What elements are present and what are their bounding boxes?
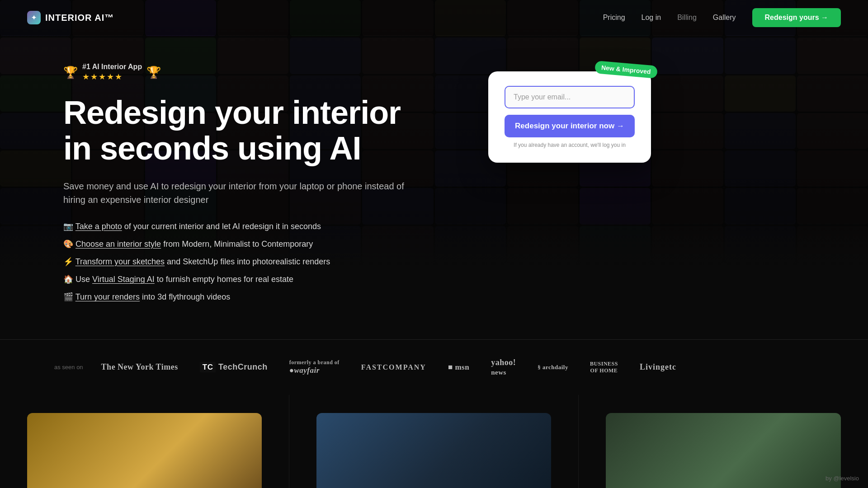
testimonial-3-room (606, 413, 841, 488)
headline-line1: Redesign your interior (63, 94, 401, 131)
feature-photo-link[interactable]: Take a photo (75, 222, 122, 231)
hero-left: 🏆 #1 AI Interior App ★★★★★ 🏆 Redesign yo… (63, 62, 452, 303)
award-stars: ★★★★★ (82, 72, 142, 82)
feature-staging-emoji: 🏠 (63, 275, 73, 284)
nav-cta-button[interactable]: Redesign yours → (752, 8, 841, 27)
feature-photo: 📷 Take a photo of your current interior … (63, 221, 452, 232)
press-logo-livingetc: Livingetc (640, 362, 676, 372)
press-logo-techcrunch: TC TechCrunch (200, 362, 268, 372)
feature-staging: 🏠 Use Virtual Staging AI to furnish empt… (63, 274, 452, 285)
testimonial-1-image (27, 413, 262, 488)
press-logos: The New York Times TC TechCrunch formerl… (101, 358, 676, 377)
feature-style-emoji: 🎨 (63, 239, 73, 249)
feature-sketches-text: and SketchUp files into photorealistic r… (167, 257, 330, 266)
email-signup-card-container: New & Improved Redesign your interior no… (488, 71, 651, 163)
feature-staging-prefix: Use (75, 275, 92, 284)
logo-icon: ✦ (27, 11, 41, 24)
feature-sketches: ⚡ Transform your sketches and SketchUp f… (63, 256, 452, 267)
brand-name: INTERIOR AI™ (45, 13, 114, 23)
feature-staging-text: to furnish empty homes for real estate (157, 275, 293, 284)
award-left-icon: 🏆 (63, 66, 78, 80)
feature-photo-text: of your current interior and let AI rede… (124, 222, 321, 231)
headline-line2: in seconds using AI (63, 130, 361, 166)
testimonial-2-image (316, 413, 551, 488)
testimonial-1: "The app produced new renderings in seco… (0, 395, 289, 488)
press-logo-wayfair: formerly a brand of●wayfair (289, 359, 340, 375)
press-logo-nyt: The New York Times (101, 362, 178, 372)
feature-sketches-emoji: ⚡ (63, 257, 73, 266)
hero-headline: Redesign your interior in seconds using … (63, 95, 452, 166)
brand-logo[interactable]: ✦ INTERIOR AI™ (27, 11, 114, 24)
email-note: If you already have an account, we'll lo… (505, 142, 635, 148)
nav-login[interactable]: Log in (642, 14, 661, 22)
feature-list: 📷 Take a photo of your current interior … (63, 221, 452, 303)
testimonial-2: "Interior AI, an app that taps generativ… (289, 395, 579, 488)
email-input[interactable] (505, 86, 635, 108)
testimonials-section: "The app produced new renderings in seco… (0, 395, 868, 488)
feature-renders: 🎬 Turn your renders into 3d flythrough v… (63, 291, 452, 303)
as-seen-label: as seen on (54, 364, 83, 371)
feature-sketches-link[interactable]: Transform your sketches (75, 257, 165, 266)
press-logo-fastcompany: FASTCOMPANY (361, 363, 426, 371)
press-logo-msn: ■ msn (448, 363, 469, 372)
nav-pricing[interactable]: Pricing (603, 14, 625, 22)
navbar: ✦ INTERIOR AI™ Pricing Log in Billing Ga… (0, 0, 868, 35)
testimonial-1-room (27, 413, 262, 488)
feature-renders-text: into 3d flythrough videos (142, 292, 230, 301)
award-text: #1 AI Interior App ★★★★★ (82, 62, 142, 82)
watermark: by @levelsio (826, 475, 859, 482)
testimonial-3: "Snap a photo of your living room, and I… (579, 395, 868, 488)
feature-staging-link[interactable]: Virtual Staging AI (92, 275, 155, 284)
nav-gallery[interactable]: Gallery (713, 14, 736, 22)
press-logo-yahoo: yahoo!news (491, 358, 516, 377)
award-right-icon: 🏆 (146, 66, 161, 80)
email-card: Redesign your interior now → If you alre… (488, 71, 651, 163)
award-title: #1 AI Interior App (82, 62, 142, 72)
award-badge: 🏆 #1 AI Interior App ★★★★★ 🏆 (63, 62, 161, 82)
press-logo-boh: BUSINESSOF HOME (590, 361, 618, 374)
feature-photo-emoji: 📷 (63, 222, 73, 231)
hero-subtext: Save money and use AI to redesign your i… (63, 179, 407, 206)
testimonial-3-image (606, 413, 841, 488)
feature-style-link[interactable]: Choose an interior style (75, 239, 161, 249)
hero-section: 🏆 #1 AI Interior App ★★★★★ 🏆 Redesign yo… (0, 35, 868, 339)
press-logo-archdaily: § archdaily (538, 364, 568, 371)
feature-style: 🎨 Choose an interior style from Modern, … (63, 239, 452, 250)
feature-style-text: from Modern, Minimalist to Contemporary (163, 239, 313, 249)
press-bar: as seen on The New York Times TC TechCru… (0, 339, 868, 395)
nav-links: Pricing Log in Billing Gallery Redesign … (603, 8, 841, 27)
feature-renders-link[interactable]: Turn your renders (75, 292, 140, 301)
nav-billing[interactable]: Billing (677, 14, 697, 22)
feature-renders-emoji: 🎬 (63, 292, 73, 301)
redesign-cta-button[interactable]: Redesign your interior now → (505, 115, 635, 137)
testimonial-2-room (316, 413, 551, 488)
